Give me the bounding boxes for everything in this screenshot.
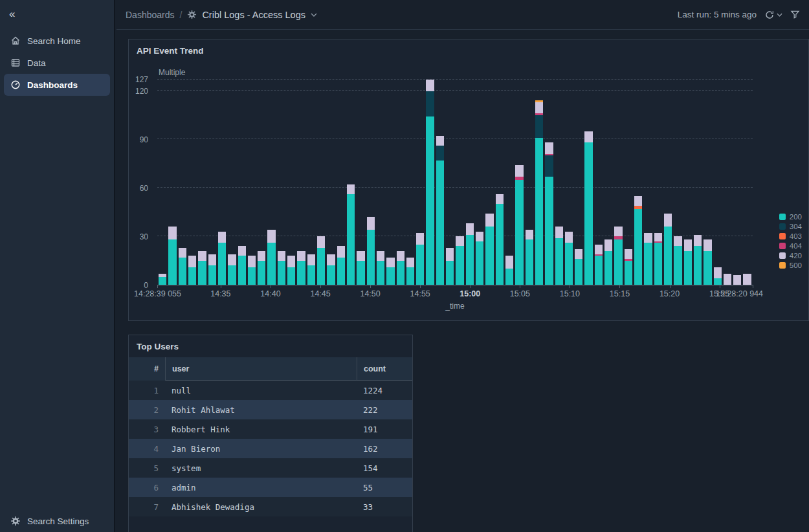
chart-bar[interactable] <box>584 80 592 285</box>
bar-segment-420[interactable] <box>644 233 652 243</box>
chart-bar[interactable] <box>684 80 692 285</box>
chart-bar[interactable] <box>347 80 355 285</box>
chart-bar[interactable] <box>634 80 642 285</box>
table-row[interactable]: 5system154 <box>129 458 412 478</box>
bar-segment-420[interactable] <box>565 232 573 243</box>
legend-item-304[interactable]: 304 <box>779 223 802 230</box>
chart-bar[interactable] <box>258 80 265 285</box>
bar-segment-200[interactable] <box>416 245 424 285</box>
bar-segment-420[interactable] <box>198 251 206 261</box>
bar-segment-420[interactable] <box>406 258 414 267</box>
bar-segment-304[interactable] <box>535 115 543 138</box>
bar-segment-420[interactable] <box>218 232 226 243</box>
bar-segment-200[interactable] <box>604 251 612 285</box>
column-header-count[interactable]: count <box>357 357 412 381</box>
chart-bar[interactable] <box>446 80 454 285</box>
bar-segment-420[interactable] <box>238 246 246 256</box>
sidebar-item-search-home[interactable]: Search Home <box>4 30 110 52</box>
legend-item-200[interactable]: 200 <box>779 213 802 221</box>
chart-bar[interactable] <box>248 80 256 285</box>
bar-segment-420[interactable] <box>674 236 682 246</box>
bar-segment-420[interactable] <box>248 256 256 267</box>
chart-bar[interactable] <box>466 80 474 285</box>
bar-segment-420[interactable] <box>724 274 731 285</box>
bar-segment-200[interactable] <box>267 243 275 285</box>
chart-bar[interactable] <box>555 80 563 285</box>
chart-bar[interactable] <box>733 80 741 285</box>
chart-bar[interactable] <box>179 80 186 285</box>
bar-segment-420[interactable] <box>446 248 454 261</box>
bar-segment-200[interactable] <box>446 261 454 285</box>
bar-segment-420[interactable] <box>327 254 335 265</box>
bar-segment-420[interactable] <box>625 249 632 259</box>
bar-segment-420[interactable] <box>654 233 662 241</box>
chart-bar[interactable] <box>565 80 573 285</box>
chart-bar[interactable] <box>307 80 315 285</box>
bar-segment-200[interactable] <box>476 241 483 285</box>
bar-segment-420[interactable] <box>367 217 375 230</box>
bar-segment-200[interactable] <box>496 204 504 285</box>
chart-bar[interactable] <box>535 80 543 285</box>
breadcrumb-dashboards-link[interactable]: Dashboards <box>126 10 175 20</box>
bar-segment-420[interactable] <box>347 184 355 194</box>
chart-bar[interactable] <box>238 80 246 285</box>
dashboard-settings-gear-icon[interactable] <box>187 10 197 19</box>
bar-segment-200[interactable] <box>595 256 603 285</box>
bar-segment-420[interactable] <box>575 249 582 259</box>
dashboard-title-chevron-down-icon[interactable] <box>311 13 317 17</box>
chart-bar[interactable] <box>545 80 553 285</box>
chart-bar[interactable] <box>526 80 533 285</box>
chart-bar[interactable] <box>704 80 711 285</box>
bar-segment-200[interactable] <box>565 243 573 285</box>
bar-segment-420[interactable] <box>208 254 216 265</box>
refresh-options-chevron-down-icon[interactable] <box>777 13 782 17</box>
bar-segment-200[interactable] <box>386 267 394 285</box>
bar-segment-420[interactable] <box>584 131 592 142</box>
bar-segment-420[interactable] <box>505 256 513 269</box>
bar-segment-420[interactable] <box>466 223 474 234</box>
bar-segment-420[interactable] <box>278 251 285 261</box>
bar-segment-420[interactable] <box>357 251 364 261</box>
bar-segment-200[interactable] <box>287 267 295 285</box>
chart-bar[interactable] <box>416 80 424 285</box>
chart-bar[interactable] <box>159 80 166 285</box>
bar-segment-200[interactable] <box>684 251 692 285</box>
bar-segment-200[interactable] <box>426 116 434 285</box>
bar-segment-200[interactable] <box>436 161 444 285</box>
bar-segment-420[interactable] <box>733 275 741 285</box>
bar-segment-200[interactable] <box>674 246 682 285</box>
legend-item-500[interactable]: 500 <box>779 261 802 269</box>
chart-bar[interactable] <box>397 80 404 285</box>
bar-segment-420[interactable] <box>416 233 424 244</box>
table-row[interactable]: 7Abhishek Dewadiga33 <box>129 497 412 516</box>
chart-bar[interactable] <box>377 80 384 285</box>
bar-segment-420[interactable] <box>545 142 553 153</box>
bar-segment-420[interactable] <box>258 251 265 261</box>
dashboard-title[interactable]: Cribl Logs - Access Logs <box>202 10 305 20</box>
sidebar-collapse-icon[interactable]: « <box>0 0 26 25</box>
chart-bar[interactable] <box>476 80 483 285</box>
bar-segment-200[interactable] <box>505 269 513 285</box>
bar-segment-304[interactable] <box>426 91 434 117</box>
bar-segment-420[interactable] <box>496 194 504 204</box>
bar-segment-420[interactable] <box>168 227 176 239</box>
bar-segment-200[interactable] <box>535 138 543 285</box>
bar-segment-420[interactable] <box>664 214 672 227</box>
bar-segment-200[interactable] <box>614 239 622 285</box>
bar-segment-200[interactable] <box>367 230 375 285</box>
bar-segment-200[interactable] <box>198 261 206 285</box>
bar-segment-200[interactable] <box>466 235 474 285</box>
bar-segment-200[interactable] <box>515 180 523 285</box>
bar-segment-304[interactable] <box>545 155 553 176</box>
chart-bar[interactable] <box>654 80 662 285</box>
chart-bar[interactable] <box>198 80 206 285</box>
bar-segment-200[interactable] <box>188 267 196 285</box>
bar-segment-420[interactable] <box>456 236 463 246</box>
chart-bar[interactable] <box>218 80 226 285</box>
bar-segment-200[interactable] <box>377 261 384 285</box>
bar-segment-420[interactable] <box>595 245 603 254</box>
bar-segment-200[interactable] <box>218 243 226 285</box>
bar-segment-420[interactable] <box>188 256 196 267</box>
bar-segment-200[interactable] <box>526 239 533 285</box>
chart-bar[interactable] <box>188 80 196 285</box>
